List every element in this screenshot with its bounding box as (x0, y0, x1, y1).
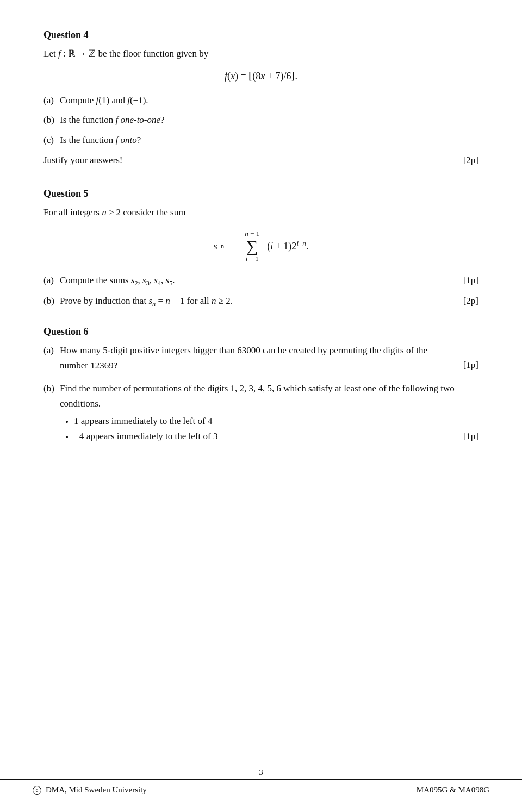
footer-org: DMA, Mid Sweden University (46, 785, 147, 795)
question-5-intro: For all integers n ≥ 2 consider the sum (44, 205, 478, 220)
part-text-4c: Is the function f onto? (60, 133, 478, 148)
question-5-part-b: (b) Prove by induction that sn = n − 1 f… (44, 293, 478, 310)
points-5a: [1p] (463, 273, 478, 289)
question-6-title: Question 6 (44, 326, 478, 338)
part-text-6b: Find the number of permutations of the d… (60, 381, 478, 411)
question-4-part-b: (b) Is the function f one-to-one? (44, 113, 478, 128)
part-text-4b: Is the function f one-to-one? (60, 113, 478, 128)
question-4-part-c: (c) Is the function f onto? (44, 133, 478, 148)
copyright-icon: c (33, 786, 41, 795)
question-5-title: Question 5 (44, 188, 478, 199)
question-4-intro: Let f : ℝ → ℤ be the floor function give… (44, 46, 478, 61)
points-6a: [1p] (463, 358, 478, 373)
page-number: 3 (259, 768, 263, 777)
question-6: Question 6 (a) How many 5-digit positive… (44, 326, 478, 443)
question-4: Question 4 Let f : ℝ → ℤ be the floor fu… (44, 29, 478, 168)
bullet-dot-1: • (65, 417, 69, 428)
bullet-text-2: 4 appears immediately to the left of 3 (79, 431, 217, 442)
part-label-4a: (a) (44, 93, 60, 109)
part-text-5b: Prove by induction that sn = n − 1 for a… (60, 293, 478, 310)
part-label-4b: (b) (44, 113, 60, 128)
part-label-5b: (b) (44, 293, 60, 309)
question-6-part-a: (a) How many 5-digit positive integers b… (44, 343, 478, 373)
question-5-part-a: (a) Compute the sums s2, s3, s4, s5. [1p… (44, 273, 478, 289)
justify-text: Justify your answers! (44, 153, 122, 168)
points-6b: [1p] (463, 431, 478, 442)
page: Question 4 Let f : ℝ → ℤ be the floor fu… (0, 0, 522, 812)
justify-points: [2p] (463, 153, 478, 168)
part-label-6b: (b) (44, 381, 60, 397)
part-label-4c: (c) (44, 133, 60, 148)
bullet-1: • 1 appears immediately to the left of 4 (65, 416, 478, 428)
question-4-justify: Justify your answers! [2p] (44, 153, 478, 168)
part-text-6a: How many 5-digit positive integers bigge… (60, 343, 478, 373)
question-5: Question 5 For all integers n ≥ 2 consid… (44, 188, 478, 310)
part-text-5a: Compute the sums s2, s3, s4, s5. [1p] (60, 273, 478, 289)
question-4-formula: f(x) = ⌊(8x + 7)/6⌋. (44, 67, 478, 85)
bullet-dot-2: • (65, 432, 69, 443)
part-label-6a: (a) (44, 343, 60, 359)
footer: c DMA, Mid Sweden University 3 MA095G & … (0, 779, 522, 795)
footer-course: MA095G & MA098G (417, 785, 489, 795)
footer-left: c DMA, Mid Sweden University (33, 785, 147, 795)
bullet-2: • 4 appears immediately to the left of 3… (65, 431, 478, 443)
points-5b: [2p] (463, 293, 478, 310)
question-4-title: Question 4 (44, 29, 478, 41)
question-5-formula: sn = n − 1 ∑ i = 1 (i + 1)2i−n. (44, 229, 478, 263)
bullet-text-1: 1 appears immediately to the left of 4 (74, 416, 478, 427)
question-6-part-b: (b) Find the number of permutations of t… (44, 381, 478, 411)
question-4-part-a: (a) Compute f(1) and f(−1). (44, 93, 478, 109)
part-text-4a: Compute f(1) and f(−1). (60, 93, 478, 109)
part-label-5a: (a) (44, 273, 60, 289)
